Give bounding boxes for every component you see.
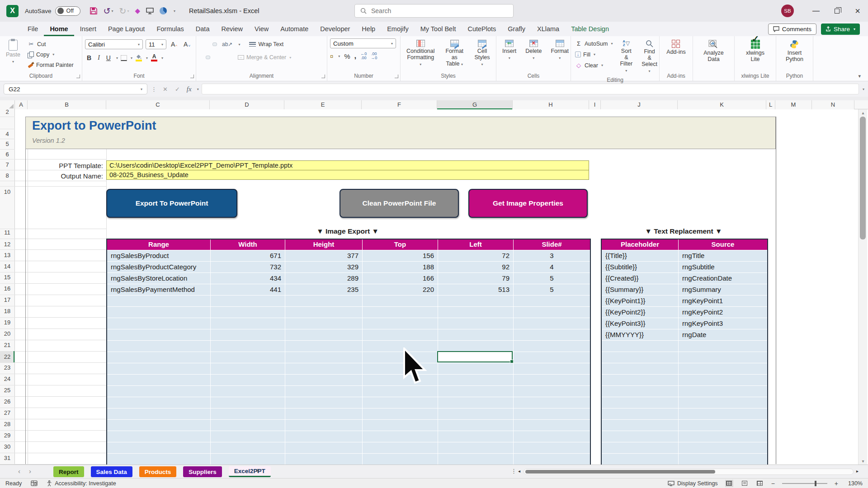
row-header-24[interactable]: 24 xyxy=(0,375,14,382)
cell[interactable] xyxy=(438,307,514,318)
cell[interactable]: 188 xyxy=(363,262,438,273)
cell[interactable] xyxy=(363,397,438,408)
cell[interactable] xyxy=(107,375,211,386)
cell[interactable] xyxy=(514,296,590,307)
accounting-format-button[interactable]: ¤ xyxy=(330,53,333,60)
cell[interactable] xyxy=(107,408,211,420)
cell[interactable] xyxy=(602,386,679,397)
cell[interactable] xyxy=(514,454,590,465)
cell[interactable] xyxy=(285,307,363,318)
format-cells-button[interactable]: Format▾ xyxy=(547,38,572,72)
cell[interactable]: 156 xyxy=(363,250,438,262)
orientation-button[interactable]: ab↗ xyxy=(220,41,234,48)
cell[interactable] xyxy=(107,420,211,431)
image-export-header-cell[interactable]: Range xyxy=(107,239,211,250)
image-export-header-cell[interactable]: Top xyxy=(363,239,438,250)
text-replacement-header-cell[interactable]: Placeholder xyxy=(602,239,679,250)
cell[interactable]: {{KeyPoint3}} xyxy=(602,318,679,329)
row-header-20[interactable]: 20 xyxy=(0,330,14,337)
cell[interactable]: {{Title}} xyxy=(602,250,679,262)
ribbon-tab-automate[interactable]: Automate xyxy=(274,22,314,36)
cell[interactable] xyxy=(285,318,363,329)
column-header-D[interactable]: D xyxy=(210,100,284,109)
scroll-down-icon[interactable]: ▾ xyxy=(859,459,868,464)
export-to-powerpoint-button[interactable]: Export To PowerPoint xyxy=(106,189,237,218)
cell[interactable]: rngTitle xyxy=(679,250,767,262)
row-header-16[interactable]: 16 xyxy=(0,285,14,292)
cell[interactable] xyxy=(107,296,211,307)
cell[interactable] xyxy=(211,420,285,431)
row-header-30[interactable]: 30 xyxy=(0,443,14,450)
analyze-data-button[interactable]: AnalyzeData xyxy=(700,38,726,72)
cell[interactable] xyxy=(438,341,514,352)
vertical-scroll-thumb[interactable] xyxy=(860,117,866,239)
selected-cell[interactable] xyxy=(437,351,513,362)
drag-handle-icon[interactable]: ⋮ xyxy=(150,86,158,93)
cell[interactable] xyxy=(679,431,767,442)
cut-button[interactable]: ✂Cut xyxy=(26,39,75,49)
cell[interactable] xyxy=(285,375,363,386)
cell[interactable] xyxy=(514,307,590,318)
row-header-7[interactable]: 7 xyxy=(0,161,14,168)
user-avatar[interactable]: SB xyxy=(781,5,794,17)
column-header-J[interactable]: J xyxy=(601,100,678,109)
fill-color-button[interactable] xyxy=(135,54,142,61)
cell[interactable] xyxy=(211,307,285,318)
cell[interactable]: 513 xyxy=(438,284,514,296)
cell[interactable] xyxy=(438,318,514,329)
cell[interactable] xyxy=(679,363,767,375)
increase-decimal-button[interactable]: ←0.00 xyxy=(360,52,367,60)
column-header-I[interactable]: I xyxy=(589,100,601,109)
cell[interactable] xyxy=(285,442,363,454)
row-header-27[interactable]: 27 xyxy=(0,409,14,416)
cell-styles-button[interactable]: CellStyles ▾ xyxy=(471,38,493,72)
cell[interactable] xyxy=(679,397,767,408)
accessibility-status[interactable]: Accessibility: Investigate xyxy=(47,480,116,487)
cell[interactable]: 92 xyxy=(438,262,514,273)
cell[interactable] xyxy=(107,341,211,352)
decrease-font-button[interactable]: A˅ xyxy=(182,40,192,48)
excel-app-icon[interactable]: X xyxy=(6,5,19,17)
autosave-control[interactable]: AutoSave Off xyxy=(25,6,80,16)
font-family-select[interactable]: Calibri▾ xyxy=(85,39,143,49)
ribbon-tab-developer[interactable]: Developer xyxy=(314,22,356,36)
cell[interactable]: 289 xyxy=(285,273,363,284)
cell[interactable] xyxy=(211,386,285,397)
increase-indent-button[interactable] xyxy=(227,56,231,59)
next-sheet-icon[interactable]: › xyxy=(29,467,31,475)
insert-python-button[interactable]: InsertPython xyxy=(783,38,807,72)
minimize-button[interactable]: — xyxy=(806,0,826,22)
comma-button[interactable]: , xyxy=(354,52,357,61)
cell[interactable] xyxy=(285,431,363,442)
row-header-17[interactable]: 17 xyxy=(0,296,14,303)
cell[interactable]: rngSalesByProduct xyxy=(107,250,211,262)
ribbon-tab-view[interactable]: View xyxy=(249,22,274,36)
ribbon-tab-help[interactable]: Help xyxy=(356,22,381,36)
cell[interactable]: rngSalesByStoreLocation xyxy=(107,273,211,284)
sheet-tab-products[interactable]: Products xyxy=(139,466,177,477)
cell[interactable] xyxy=(602,431,679,442)
cell[interactable] xyxy=(602,454,679,465)
row-header-6[interactable]: 6 xyxy=(0,151,14,158)
borders-button[interactable] xyxy=(121,55,127,61)
cancel-icon[interactable]: ✕ xyxy=(160,86,170,93)
align-left-button[interactable] xyxy=(199,56,203,59)
cell[interactable] xyxy=(211,397,285,408)
cell[interactable]: rngKeyPoint3 xyxy=(679,318,767,329)
cell[interactable] xyxy=(514,341,590,352)
cell[interactable]: 79 xyxy=(438,273,514,284)
ribbon-tab-data[interactable]: Data xyxy=(190,22,216,36)
undo-button[interactable]: ↺▾ xyxy=(104,6,113,16)
cell[interactable]: rngSubtitle xyxy=(679,262,767,273)
share-button[interactable]: Share ▾ xyxy=(821,23,860,35)
cell[interactable]: {{Summary}} xyxy=(602,284,679,296)
ribbon-tab-emojify[interactable]: Emojify xyxy=(381,22,415,36)
collapse-ribbon-icon[interactable]: ▾ xyxy=(858,73,861,79)
column-header-M[interactable]: M xyxy=(775,100,812,109)
bold-button[interactable]: B xyxy=(85,54,93,62)
cell[interactable] xyxy=(107,386,211,397)
cell[interactable]: 377 xyxy=(285,250,363,262)
cell[interactable] xyxy=(679,454,767,465)
sheet-tab-report[interactable]: Report xyxy=(53,466,84,477)
column-header-H[interactable]: H xyxy=(513,100,589,109)
